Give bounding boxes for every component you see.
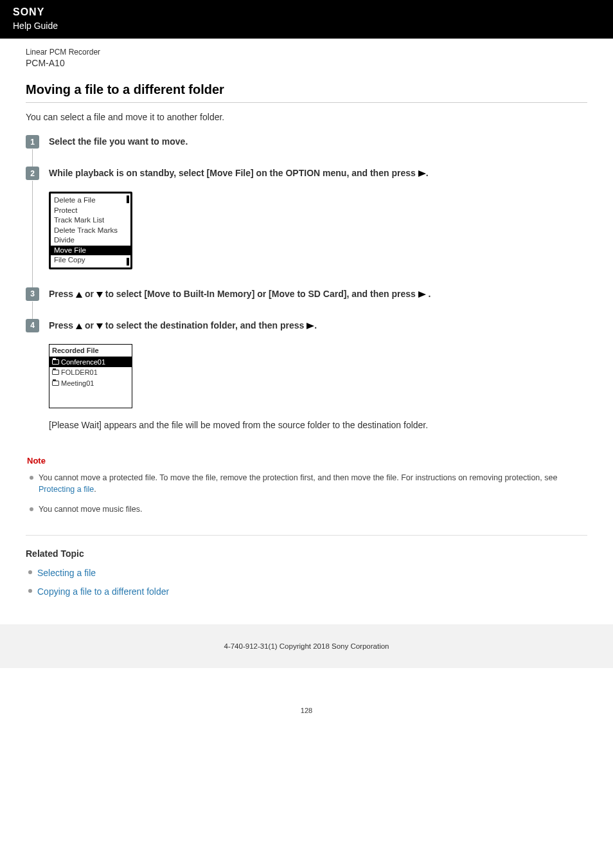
product-category: Linear PCM Recorder — [26, 48, 587, 57]
title-divider — [26, 102, 587, 103]
note-heading: Note — [27, 456, 586, 466]
note-section: Note You cannot move a protected file. T… — [26, 456, 587, 516]
steps-container: 1 Select the file you want to move. 2 Wh… — [26, 135, 587, 430]
step-1-title: Select the file you want to move. — [49, 135, 587, 149]
step-3: 3 Press or to select [Move to Built-In M… — [26, 287, 587, 301]
seg: to select the destination folder, and th… — [103, 320, 306, 330]
note-link-protecting[interactable]: Protecting a file — [39, 485, 94, 494]
seg: Press — [49, 289, 76, 299]
folder-icon — [52, 370, 59, 375]
up-arrow-icon — [76, 323, 82, 329]
step-2-title-pre: While playback is on standby, select [Mo… — [49, 168, 418, 178]
related-item: Selecting a file — [37, 566, 587, 580]
menu-item: File Copy — [51, 255, 130, 266]
intro-text: You can select a file and move it to ano… — [26, 112, 587, 122]
seg: to select [Move to Built-In Memory] or [… — [105, 289, 418, 299]
related-link-selecting[interactable]: Selecting a file — [37, 568, 96, 578]
copyright-text: 4-740-912-31(1) Copyright 2018 Sony Corp… — [224, 642, 389, 650]
note-item: You cannot move a protected file. To mov… — [39, 472, 586, 496]
step-badge-3: 3 — [26, 287, 39, 301]
note-item: You cannot move music files. — [39, 503, 586, 516]
menu-item: Divide — [51, 235, 130, 246]
folder-item: FOLDER01 — [49, 367, 132, 377]
page-title: Moving a file to a different folder — [26, 82, 587, 97]
related-heading: Related Topic — [26, 548, 587, 559]
footer-bar: 4-740-912-31(1) Copyright 2018 Sony Corp… — [0, 624, 613, 668]
step-badge-4: 4 — [26, 319, 39, 332]
folder-label: Meeting01 — [61, 379, 94, 388]
folder-list-header: Recorded File — [49, 345, 132, 357]
related-section: Related Topic Selecting a file Copying a… — [26, 548, 587, 599]
related-item: Copying a file to a different folder — [37, 585, 587, 599]
folder-item-selected: Conference01 — [49, 357, 132, 367]
step-2: 2 While playback is on standby, select [… — [26, 167, 587, 269]
menu-item: Delete a File — [51, 195, 130, 206]
menu-item: Delete Track Marks — [51, 226, 130, 236]
menu-item: Track Mark List — [51, 215, 130, 226]
play-icon — [418, 170, 426, 177]
play-icon — [418, 291, 426, 298]
step-1: 1 Select the file you want to move. — [26, 135, 587, 149]
page-number: 128 — [0, 707, 613, 727]
folder-item: Meeting01 — [49, 378, 132, 388]
option-menu-screenshot: Delete a File Protect Track Mark List De… — [49, 192, 132, 269]
folder-icon — [52, 359, 59, 365]
seg: . — [314, 320, 317, 330]
related-link-copying[interactable]: Copying a file to a different folder — [37, 586, 169, 597]
folder-label: Conference01 — [61, 357, 105, 366]
seg: . — [429, 289, 431, 299]
step-badge-1: 1 — [26, 135, 39, 149]
play-icon — [306, 323, 314, 329]
step-4-title: Press or to select the destination folde… — [49, 319, 587, 332]
note-text-pre: You cannot move a protected file. To mov… — [39, 473, 557, 482]
step-3-title: Press or to select [Move to Built-In Mem… — [49, 287, 587, 301]
menu-item-selected: Move File — [51, 246, 130, 256]
step-2-title: While playback is on standby, select [Mo… — [49, 167, 587, 180]
product-model: PCM-A10 — [26, 58, 587, 68]
header-bar: SONY Help Guide — [0, 0, 613, 39]
scrollbar — [127, 195, 129, 266]
seg: or — [85, 289, 96, 299]
menu-item: Protect — [51, 206, 130, 216]
help-guide-label: Help Guide — [13, 21, 600, 31]
brand-logo: SONY — [13, 6, 600, 18]
step-2-title-post: . — [426, 168, 429, 178]
step-4-body: [Please Wait] appears and the file will … — [49, 420, 587, 430]
folder-icon — [52, 381, 59, 386]
note-text-post: . — [94, 485, 96, 494]
step-4: 4 Press or to select the destination fol… — [26, 319, 587, 430]
folder-list-screenshot: Recorded File Conference01 FOLDER01 Meet… — [49, 344, 132, 408]
seg: or — [82, 320, 96, 330]
section-divider — [26, 535, 587, 536]
folder-label: FOLDER01 — [61, 368, 98, 377]
up-arrow-icon — [76, 292, 82, 298]
step-badge-2: 2 — [26, 167, 39, 180]
down-arrow-icon — [96, 323, 103, 329]
note-text: You cannot move music files. — [39, 505, 142, 514]
down-arrow-icon — [96, 292, 103, 298]
seg: Press — [49, 320, 76, 330]
